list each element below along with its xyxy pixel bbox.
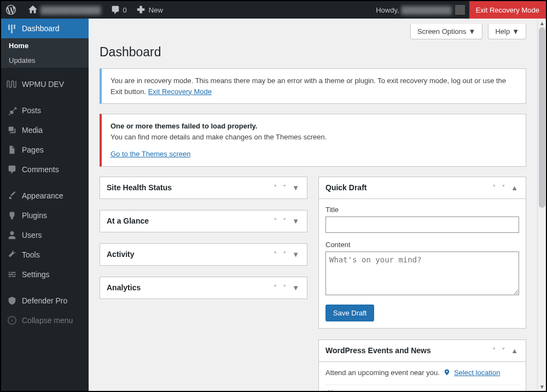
scroll-up-icon[interactable]: ▲ [538,19,546,27]
menu-plugins[interactable]: Plugins [1,206,89,225]
menu-users[interactable]: Users [1,225,89,245]
submenu-home[interactable]: Home [1,38,89,53]
site-home-link[interactable]: ████████████ [23,1,106,19]
menu-dashboard[interactable]: Dashboard [1,19,89,38]
menu-media[interactable]: Media [1,120,89,140]
move-down-icon[interactable]: ˅ [501,183,507,193]
quick-draft-box: Quick Draft ˄˅▲ Title Content Save Draft [318,177,526,329]
move-down-icon[interactable]: ˅ [282,249,288,260]
select-location-link[interactable]: Select location [454,368,501,377]
at-a-glance-box: At a Glance ˄˅▼ [100,210,307,232]
menu-wpmu-dev[interactable]: WPMU DEV [1,74,89,94]
admin-bar: ████████████ 0 New Howdy, ██████████ Exi… [1,1,546,19]
site-health-box: Site Health Status ˄ ˅ ▼ [100,177,307,199]
event-title-link[interactable]: Audit Like A Pro: WordPress [340,390,437,391]
menu-pages[interactable]: Pages [1,140,89,160]
submenu-dashboard: Home Updates [1,38,89,68]
greeting-text: Howdy, [376,6,399,14]
draft-title-label: Title [325,206,519,214]
new-label: New [149,6,163,14]
save-draft-button[interactable]: Save Draft [325,305,374,321]
exit-recovery-link[interactable]: Exit Recovery Mode [148,87,212,96]
move-down-icon[interactable]: ˅ [282,183,288,193]
comments-link[interactable]: 0 [106,1,131,19]
brush-icon [7,190,18,201]
calendar-icon [325,389,335,391]
analytics-box: Analytics ˄˅▼ [100,277,307,299]
pin-icon [7,105,18,116]
comments-icon [7,164,18,175]
username: ██████████ [401,6,452,14]
user-icon [7,230,18,241]
comments-count: 0 [123,6,127,14]
move-up-icon[interactable]: ˄ [272,183,278,193]
page-icon [7,144,18,155]
move-up-icon[interactable]: ˄ [272,283,278,293]
event-row: Audit Like A Pro: WordPress Wednesday, A… [325,384,519,391]
toggle-icon[interactable]: ▼ [291,249,300,260]
wp-logo[interactable] [1,1,23,19]
toggle-icon[interactable]: ▲ [510,183,519,193]
themes-error-notice: One or more themes failed to load proper… [100,114,526,167]
move-down-icon[interactable]: ˅ [282,283,288,293]
menu-settings[interactable]: Settings [1,265,89,284]
move-up-icon[interactable]: ˄ [491,183,497,193]
menu-appearance[interactable]: Appearance [1,186,89,206]
scrollbar[interactable]: ▲ ▼ [537,19,546,391]
plus-icon [136,4,147,15]
screen-meta-links: Screen Options ▼ Help ▼ [100,24,526,39]
draft-content-label: Content [325,241,519,249]
my-account[interactable]: Howdy, ██████████ [371,1,469,19]
collapse-icon [7,315,18,326]
scroll-down-icon[interactable]: ▼ [538,382,546,391]
screen-options-button[interactable]: Screen Options ▼ [410,24,482,39]
move-up-icon[interactable]: ˄ [272,216,278,226]
media-icon [7,125,18,136]
plugin-icon [7,210,18,221]
move-down-icon[interactable]: ˅ [282,216,288,226]
location-icon [443,368,451,376]
recovery-notice: You are in recovery mode. This means the… [100,68,526,104]
menu-defender[interactable]: Defender Pro [1,291,89,311]
chevron-down-icon: ▼ [469,27,476,36]
sliders-icon [7,269,18,280]
new-content-link[interactable]: New [131,1,167,19]
submenu-updates[interactable]: Updates [1,53,89,68]
help-button[interactable]: Help ▼ [488,24,526,39]
collapse-menu[interactable]: Collapse menu [1,311,89,330]
dashboard-icon [7,23,18,34]
menu-posts[interactable]: Posts [1,101,89,120]
move-up-icon[interactable]: ˄ [491,346,497,356]
home-icon [27,4,38,15]
move-up-icon[interactable]: ˄ [272,249,278,260]
draft-title-input[interactable] [325,217,519,233]
activity-box: Activity ˄˅▼ [100,243,307,266]
themes-screen-link[interactable]: Go to the Themes screen [110,150,190,158]
draft-content-textarea[interactable] [325,251,519,295]
page-title: Dashboard [100,45,526,60]
move-down-icon[interactable]: ˅ [501,346,507,356]
wrench-icon [7,249,18,260]
toggle-icon[interactable]: ▼ [291,183,300,193]
toggle-icon[interactable]: ▼ [291,283,300,293]
event-date: Wednesday, Aug 28, [454,390,519,391]
admin-sidebar: Dashboard Home Updates WPMU DEV Posts Me… [1,19,89,391]
toggle-icon[interactable]: ▼ [291,216,300,226]
avatar [455,5,465,15]
menu-tools[interactable]: Tools [1,245,89,265]
wordpress-icon [5,4,16,15]
events-news-box: WordPress Events and News ˄˅▲ Attend an … [318,340,526,391]
site-name: ████████████ [40,6,101,14]
scroll-thumb[interactable] [539,27,545,208]
shield-icon [7,295,18,306]
comment-icon [110,4,121,15]
content-area: Screen Options ▼ Help ▼ Dashboard You ar… [89,19,537,391]
toggle-icon[interactable]: ▲ [510,346,519,356]
menu-comments[interactable]: Comments [1,160,89,179]
chevron-down-icon: ▼ [512,27,519,36]
exit-recovery-button[interactable]: Exit Recovery Mode [469,1,546,19]
wpmu-icon [7,79,18,90]
